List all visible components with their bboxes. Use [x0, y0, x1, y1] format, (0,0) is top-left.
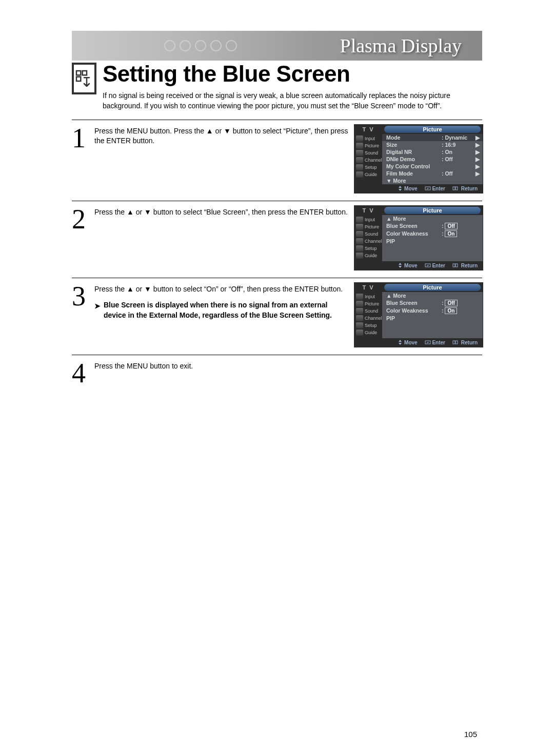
osd-row-label: ▲ More — [386, 293, 442, 299]
osd-row-value: : On — [442, 307, 474, 314]
osd-side-item[interactable]: Channel — [354, 315, 382, 322]
osd-row[interactable]: My Color Control▶ — [382, 163, 483, 170]
chevron-right-icon: ▶ — [474, 142, 480, 148]
osd-side-label: Setup — [365, 323, 377, 328]
osd-side-item[interactable]: Sound — [354, 149, 382, 157]
osd-row[interactable]: Film Mode: Off▶ — [382, 170, 483, 177]
osd-screenshot-1: T VPictureInputPictureSoundChannelSetupG… — [354, 124, 482, 193]
osd-side-icon — [356, 171, 363, 178]
osd-side-icon — [356, 217, 363, 223]
osd-tv-label: T V — [354, 206, 382, 215]
osd-row[interactable]: Blue Screen: Off — [382, 222, 483, 230]
osd-side-icon — [356, 135, 363, 142]
osd-side-item[interactable]: Guide — [354, 329, 382, 336]
osd-row[interactable]: ▲ More — [382, 215, 483, 222]
osd-row[interactable]: PIP — [382, 238, 483, 245]
note-text: Blue Screen is displayed when there is n… — [104, 300, 349, 320]
page: Plasma Display Setting the Blue Screen I… — [0, 0, 554, 756]
osd-return-hint: Return — [452, 340, 478, 345]
settings-icon — [72, 63, 96, 94]
osd-main: Mode: Dynamic▶Size: 16:9▶Digital NR: On▶… — [382, 134, 483, 184]
osd-side-icon — [356, 231, 363, 237]
osd-row-value: : Off — [442, 156, 474, 162]
osd-row-label: PIP — [386, 238, 442, 244]
osd-row-label: Blue Screen — [386, 300, 442, 306]
osd-side-item[interactable]: Input — [354, 135, 382, 142]
osd-row[interactable]: ▲ More — [382, 292, 483, 299]
osd-row-value: : Off — [442, 170, 474, 177]
osd-row-label: My Color Control — [386, 163, 442, 169]
svg-rect-7 — [453, 264, 455, 267]
osd-side-item[interactable]: Sound — [354, 307, 382, 315]
title-row: Setting the Blue Screen If no signal is … — [72, 63, 482, 120]
osd-side-label: Sound — [365, 231, 378, 237]
osd-row[interactable]: Color Weakness: On — [382, 230, 483, 238]
osd-row-value: : Off — [442, 223, 474, 229]
osd-side-icon — [356, 294, 363, 300]
osd-row[interactable]: Size: 16:9▶ — [382, 141, 483, 148]
osd-side-icon — [356, 157, 363, 163]
osd-side-icon — [356, 301, 363, 307]
osd-side-label: Setup — [365, 165, 377, 170]
osd-enter-hint: Enter — [425, 186, 445, 191]
osd-side-item[interactable]: Setup — [354, 322, 382, 329]
osd-side-label: Sound — [365, 150, 378, 156]
osd-tv-label: T V — [354, 125, 382, 134]
osd-side-label: Sound — [365, 308, 378, 314]
chevron-right-icon: ▶ — [474, 134, 480, 141]
osd-row[interactable]: Digital NR: On▶ — [382, 148, 483, 156]
osd-side-item[interactable]: Channel — [354, 157, 382, 164]
osd-menu: T VPictureInputPictureSoundChannelSetupG… — [354, 124, 483, 193]
osd-side-icon — [356, 253, 363, 259]
step-text: Press the ▲ or ▼ button to select “Blue … — [94, 207, 349, 218]
osd-side-label: Input — [365, 294, 375, 299]
osd-row[interactable]: DNIe Demo: Off▶ — [382, 156, 483, 163]
osd-side-item[interactable]: Guide — [354, 171, 382, 178]
osd-row[interactable]: Color Weakness: On — [382, 307, 483, 315]
osd-side-icon — [356, 238, 363, 244]
osd-side-item[interactable]: Picture — [354, 142, 382, 149]
osd-row[interactable]: Blue Screen: Off — [382, 299, 483, 307]
osd-side-item[interactable]: Picture — [354, 300, 382, 307]
osd-footer: Move Enter Return — [354, 184, 483, 193]
banner: Plasma Display — [72, 31, 482, 61]
step-number: 3 — [72, 282, 89, 347]
osd-side-item[interactable]: Channel — [354, 238, 382, 245]
osd-side-label: Channel — [365, 239, 382, 244]
osd-side-item[interactable]: Input — [354, 293, 382, 300]
osd-row-label: Color Weakness — [386, 307, 442, 314]
osd-main: ▲ MoreBlue Screen: OffColor Weakness: On… — [382, 215, 483, 261]
svg-rect-4 — [453, 187, 455, 190]
osd-side-label: Input — [365, 136, 375, 141]
step-1: 1 Press the MENU button. Press the ▲ or … — [72, 120, 482, 201]
osd-side-icon — [356, 224, 363, 230]
step-number: 4 — [72, 359, 89, 387]
osd-side-item[interactable]: Setup — [354, 245, 382, 252]
osd-side-item[interactable]: Input — [354, 216, 382, 223]
osd-sidebar: InputPictureSoundChannelSetupGuide — [354, 292, 382, 338]
step-text: Press the MENU button to exit. — [94, 361, 349, 372]
page-number: 105 — [464, 730, 477, 739]
chevron-right-icon: ▶ — [474, 149, 480, 155]
osd-side-item[interactable]: Setup — [354, 164, 382, 171]
osd-return-hint: Return — [452, 263, 478, 268]
osd-move-hint: Move — [398, 263, 417, 268]
svg-rect-2 — [76, 77, 81, 81]
osd-side-item[interactable]: Sound — [354, 230, 382, 238]
osd-row-label: Size — [386, 142, 442, 148]
osd-row[interactable]: Mode: Dynamic▶ — [382, 134, 483, 141]
osd-side-item[interactable]: Picture — [354, 223, 382, 230]
osd-section-pill: Picture — [384, 126, 481, 133]
chevron-right-icon: ▶ — [474, 156, 480, 162]
osd-row-label: Blue Screen — [386, 223, 442, 229]
osd-main: ▲ MoreBlue Screen: OffColor Weakness: On… — [382, 292, 483, 338]
osd-move-hint: Move — [398, 186, 417, 191]
osd-row-value: : Dynamic — [442, 134, 474, 141]
osd-side-item[interactable]: Guide — [354, 252, 382, 259]
osd-side-icon — [356, 308, 363, 314]
osd-row[interactable]: PIP — [382, 315, 483, 322]
osd-side-label: Channel — [365, 316, 382, 321]
osd-row-value: : On — [442, 230, 474, 237]
osd-row-label: PIP — [386, 315, 442, 321]
osd-row[interactable]: ▼ More — [382, 177, 483, 184]
